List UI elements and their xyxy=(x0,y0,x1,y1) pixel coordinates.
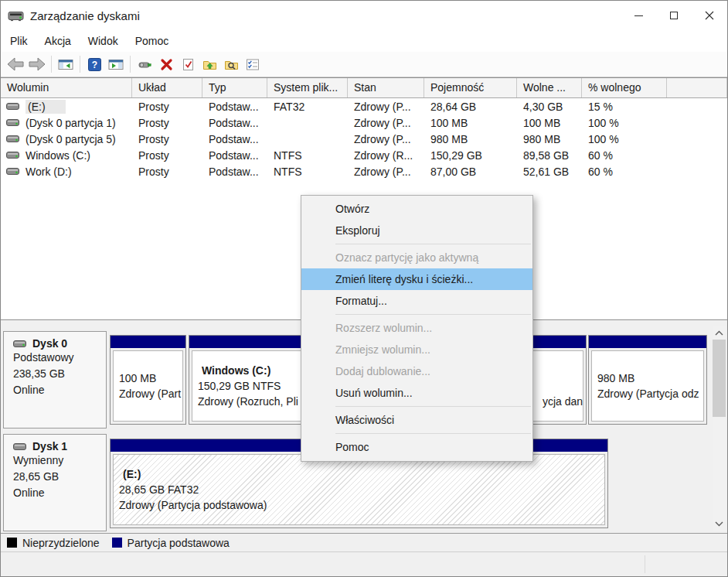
volume-fs: FAT32 xyxy=(267,101,348,113)
volume-icon xyxy=(6,119,19,126)
menu-item-formatuj[interactable]: Formatuj... xyxy=(301,290,532,312)
scrollbar-thumb[interactable] xyxy=(713,340,726,417)
delete-icon xyxy=(160,58,173,71)
menu-item-dodaj-dublowanie: Dodaj dublowanie... xyxy=(301,360,532,382)
table-row[interactable]: (Dysk 0 partycja 1) Prosty Podstaw... Zd… xyxy=(1,114,727,131)
partition-disk0-recovery[interactable]: 980 MB Zdrowy (Partycja odz xyxy=(588,335,707,425)
close-button[interactable] xyxy=(692,1,727,30)
menu-item-usun-wolumin[interactable]: Usuń wolumin... xyxy=(301,382,532,404)
header-wolumin[interactable]: Wolumin xyxy=(1,78,132,97)
volume-free: 4,30 GB xyxy=(517,101,582,113)
menu-item-wlasciwosci[interactable]: Właściwości xyxy=(301,409,532,431)
volume-capacity: 87,00 GB xyxy=(424,166,517,178)
volume-status: Zdrowy (P... xyxy=(348,133,424,145)
volume-status: Zdrowy (P... xyxy=(348,166,424,178)
header-procent-wolnego[interactable]: % wolnego xyxy=(582,78,667,97)
forward-icon xyxy=(29,57,46,71)
volume-list-header: Wolumin Układ Typ System plik... Stan Po… xyxy=(1,78,727,98)
table-row[interactable]: (Dysk 0 partycja 5) Prosty Podstaw... Zd… xyxy=(1,131,727,147)
show-action-pane-button[interactable] xyxy=(105,54,127,74)
disk-management-window: Zarządzanie dyskami Plik Akcja Widok Pom… xyxy=(0,0,728,577)
help-button[interactable]: ? xyxy=(83,54,105,74)
back-icon xyxy=(7,57,24,71)
properties-list-button[interactable] xyxy=(242,54,264,74)
toolbar-separator xyxy=(51,56,52,73)
console-tree-icon xyxy=(58,58,73,71)
volume-capacity: 100 MB xyxy=(424,117,517,129)
header-typ[interactable]: Typ xyxy=(202,78,267,97)
toolbar: ? xyxy=(1,52,727,77)
volume-capacity: 980 MB xyxy=(424,133,517,145)
header-pojemnosc[interactable]: Pojemność xyxy=(424,78,517,97)
volume-layout: Prosty xyxy=(132,117,202,129)
disk-kind: Wymienny xyxy=(13,452,106,469)
volume-name: Work (D:) xyxy=(26,166,72,178)
disk-name: Dysk 0 xyxy=(32,337,67,350)
primary-partition-swatch xyxy=(112,538,122,548)
find-folder-button[interactable] xyxy=(220,54,242,74)
disk1-label[interactable]: Dysk 1 Wymienny 28,65 GB Online xyxy=(3,434,107,531)
maximize-icon xyxy=(670,12,678,19)
toolbar-separator xyxy=(80,56,80,73)
export-folder-button[interactable] xyxy=(199,54,220,74)
header-stan[interactable]: Stan xyxy=(348,78,424,97)
disk-icon xyxy=(13,340,26,347)
volume-name: (E:) xyxy=(26,100,66,114)
table-row[interactable]: (E:) Prosty Podstaw... FAT32 Zdrowy (P..… xyxy=(1,98,727,114)
minimize-button[interactable] xyxy=(621,1,656,30)
action-pane-icon xyxy=(108,58,124,71)
volume-icon xyxy=(6,103,19,110)
show-console-tree-button[interactable] xyxy=(55,54,77,74)
disk0-label[interactable]: Dysk 0 Podstawowy 238,35 GB Online xyxy=(3,331,107,428)
maximize-button[interactable] xyxy=(656,1,692,30)
scroll-down-button[interactable] xyxy=(713,517,726,531)
menu-item-zmien-litere-dysku[interactable]: Zmień literę dysku i ścieżki... xyxy=(301,268,532,290)
volume-fs: NTFS xyxy=(267,149,348,162)
volume-fs: NTFS xyxy=(267,166,348,178)
close-icon xyxy=(705,11,714,20)
volume-status: Zdrowy (P... xyxy=(348,117,424,129)
menu-item-pomoc[interactable]: Pomoc xyxy=(301,436,532,458)
menu-pomoc[interactable]: Pomoc xyxy=(127,32,178,50)
verify-document-button[interactable] xyxy=(177,54,199,74)
table-row[interactable]: Work (D:) Prosty Podstaw... NTFS Zdrowy … xyxy=(1,163,727,179)
menubar: Plik Akcja Widok Pomoc xyxy=(1,30,727,52)
volume-layout: Prosty xyxy=(132,101,202,113)
volume-layout: Prosty xyxy=(132,149,202,162)
partition-status: Zdrowy (Partycja odz xyxy=(597,386,698,401)
menu-item-otworz[interactable]: Otwórz xyxy=(301,198,532,220)
status-bar-divider xyxy=(645,555,645,573)
window-title: Zarządzanie dyskami xyxy=(30,9,140,22)
table-row[interactable]: Windows (C:) Prosty Podstaw... NTFS Zdro… xyxy=(1,147,727,163)
volume-type: Podstaw... xyxy=(202,117,267,129)
titlebar: Zarządzanie dyskami xyxy=(1,1,727,30)
menu-widok[interactable]: Widok xyxy=(80,32,127,50)
partition-disk0-system[interactable]: 100 MB Zdrowy (Part xyxy=(110,335,186,425)
remote-view-button[interactable] xyxy=(134,54,155,74)
header-wolne[interactable]: Wolne ... xyxy=(517,78,582,97)
header-system-plikow[interactable]: System plik... xyxy=(267,78,348,97)
volume-free-pct: 100 % xyxy=(582,117,667,129)
delete-button[interactable] xyxy=(155,54,177,74)
header-uklad[interactable]: Układ xyxy=(132,78,202,97)
forward-button[interactable] xyxy=(26,54,48,74)
menu-plik[interactable]: Plik xyxy=(2,32,36,50)
volume-free: 980 MB xyxy=(517,133,582,145)
legend-unallocated-label: Nieprzydzielone xyxy=(22,537,100,549)
legend-primary-label: Partycja podstawowa xyxy=(128,537,230,549)
scroll-up-button[interactable] xyxy=(713,326,726,340)
minimize-icon xyxy=(634,15,643,16)
volume-icon xyxy=(6,168,19,175)
header-empty xyxy=(667,78,727,97)
disk-size: 28,65 GB xyxy=(13,469,106,485)
volume-layout: Prosty xyxy=(132,166,202,178)
legend-bar: Nieprzydzielone Partycja podstawowa xyxy=(1,534,727,552)
menu-item-eksploruj[interactable]: Eksploruj xyxy=(301,220,532,241)
vertical-scrollbar[interactable] xyxy=(713,326,726,531)
volume-type: Podstaw... xyxy=(202,133,267,145)
menu-akcja[interactable]: Akcja xyxy=(36,32,80,50)
back-button[interactable] xyxy=(5,54,26,74)
partition-status: Zdrowy (Part xyxy=(119,386,177,401)
partition-size: 28,65 GB FAT32 xyxy=(119,482,599,497)
volume-free-pct: 15 % xyxy=(582,101,667,113)
